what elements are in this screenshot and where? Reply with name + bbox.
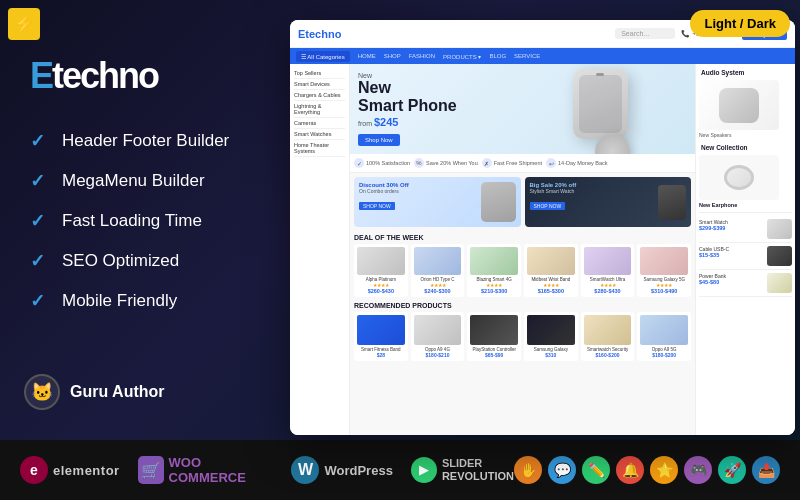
rec-card-4[interactable]: Samsung Galaxy $310 xyxy=(524,312,578,361)
audio-image xyxy=(699,80,779,130)
logo-e: Etechno xyxy=(30,55,158,97)
cat-products[interactable]: PRODUCTS ▾ xyxy=(443,53,481,60)
deal-card-2[interactable]: Orion HD Type C ★★★★ $240-$300 xyxy=(411,244,465,297)
rec-image-4 xyxy=(527,315,575,345)
deal-card-5[interactable]: SmartWatch Ultra ★★★★ $280-$430 xyxy=(581,244,635,297)
shipping-icon: ✗ xyxy=(482,158,492,168)
cat-blog[interactable]: BLOG xyxy=(489,53,506,59)
right-product-3[interactable]: Power Bank $45-$80 xyxy=(699,270,792,297)
promo-row: Discount 30% Off On Combo orders SHOP NO… xyxy=(350,173,695,231)
badge-satisfaction: ✓ 100% Satisfaction xyxy=(354,158,410,168)
deal-card-1[interactable]: Alpha Platinum ★★★★ $260-$430 xyxy=(354,244,408,297)
theme-badge[interactable]: Light / Dark xyxy=(690,10,790,37)
social-pencil-icon[interactable]: ✏️ xyxy=(582,456,610,484)
social-star-icon[interactable]: ⭐ xyxy=(650,456,678,484)
social-bell-icon[interactable]: 🔔 xyxy=(616,456,644,484)
promo-card-2[interactable]: Big Sale 20% off Stylish Smart Watch SHO… xyxy=(525,177,692,227)
hero-price: from $245 xyxy=(358,116,457,128)
right-products: Smart Watch $299-$399 Cable USB-C $15-$3… xyxy=(699,212,792,297)
deal-card-6[interactable]: Samsung Galaxy 5G ★★★★ $310-$490 xyxy=(637,244,691,297)
rec-card-2[interactable]: Oppo A9 4G $180-$210 xyxy=(411,312,465,361)
feature-label: SEO Optimized xyxy=(62,251,179,271)
sidebar-cameras[interactable]: Cameras xyxy=(294,118,345,129)
guru-author: 🐱 Guru Author xyxy=(24,374,165,410)
badge-label: 100% Satisfaction xyxy=(366,160,410,166)
deal-image-2 xyxy=(414,247,462,275)
rec-image-5 xyxy=(584,315,632,345)
hero-cta-button[interactable]: Shop Now xyxy=(358,134,400,146)
guru-label: Guru Author xyxy=(70,383,165,401)
deal-card-4[interactable]: Midbest Wrist Band ★★★★ $165-$300 xyxy=(524,244,578,297)
rec-card-3[interactable]: PlayStation Controller $65-$90 xyxy=(467,312,521,361)
slider-revolution-label: SLIDERREVOLUTION xyxy=(442,457,514,483)
wordpress-label: WordPress xyxy=(324,463,392,478)
cat-shop[interactable]: SHOP xyxy=(384,53,401,59)
new-collection-title: New Collection xyxy=(699,142,792,153)
cat-fashion[interactable]: FASHION xyxy=(409,53,435,59)
rec-image-6 xyxy=(640,315,688,345)
sidebar-chargers[interactable]: Chargers & Cables xyxy=(294,90,345,101)
rec-price-3: $65-$90 xyxy=(470,352,518,358)
social-game-icon[interactable]: 🎮 xyxy=(684,456,712,484)
store-main: New NewSmart Phone from $245 Shop Now ✓ xyxy=(350,64,695,435)
brand-logo: Etechno xyxy=(30,55,158,97)
money-back-icon: ↩ xyxy=(546,158,556,168)
promo-cta-2[interactable]: SHOP NOW xyxy=(530,202,566,210)
right-product-1[interactable]: Smart Watch $299-$399 xyxy=(699,216,792,243)
deal-card-3[interactable]: Blazing Smart 4G ★★★★ $210-$300 xyxy=(467,244,521,297)
deal-image-5 xyxy=(584,247,632,275)
woocommerce-logo: 🛒 WOO COMMERCE xyxy=(138,455,274,485)
sidebar-lightning[interactable]: Lightning & Everything xyxy=(294,101,345,118)
right-product-2[interactable]: Cable USB-C $15-$35 xyxy=(699,243,792,270)
features-list: ✓ Header Footer Builder ✓ MegaMenu Build… xyxy=(30,130,229,312)
deal-price-5: $280-$430 xyxy=(584,288,632,294)
badge-label: Fast Free Shipment xyxy=(494,160,542,166)
deal-title: DEAL OF THE WEEK xyxy=(354,234,691,241)
deal-image-1 xyxy=(357,247,405,275)
rec-price-1: $28 xyxy=(357,352,405,358)
rec-image-3 xyxy=(470,315,518,345)
cat-service[interactable]: SERVICE xyxy=(514,53,540,59)
sidebar-theater[interactable]: Home Theater Systems xyxy=(294,140,345,157)
social-hand-icon[interactable]: ✋ xyxy=(514,456,542,484)
elementor-label: elementor xyxy=(53,463,120,478)
social-icons: ✋ 💬 ✏️ 🔔 ⭐ 🎮 🚀 📤 xyxy=(514,456,780,484)
rec-card-6[interactable]: Oppo A9 5G $180-$200 xyxy=(637,312,691,361)
rec-image-2 xyxy=(414,315,462,345)
recommended-section: RECOMMENDED PRODUCTS Smart Fitness Band … xyxy=(350,300,695,363)
deal-price-4: $165-$300 xyxy=(527,288,575,294)
sidebar-top-sellers[interactable]: Top Sellers xyxy=(294,68,345,79)
cat-home[interactable]: HOME xyxy=(358,53,376,59)
promo-cta-1[interactable]: SHOP NOW xyxy=(359,202,395,210)
cat-all-button[interactable]: ☰ All Categories xyxy=(296,51,350,62)
badge-save: % Save 20% When You xyxy=(414,158,478,168)
hero-banner: New NewSmart Phone from $245 Shop Now xyxy=(350,64,695,154)
right-prod-img-3 xyxy=(767,273,792,293)
rec-card-1[interactable]: Smart Fitness Band $28 xyxy=(354,312,408,361)
store-search-box[interactable]: Search... xyxy=(615,28,675,39)
woocommerce-icon: 🛒 xyxy=(138,456,164,484)
feature-label: Fast Loading Time xyxy=(62,211,202,231)
feature-header-footer: ✓ Header Footer Builder xyxy=(30,130,229,152)
check-icon: ✓ xyxy=(30,210,50,232)
deal-price-6: $310-$490 xyxy=(640,288,688,294)
check-icon: ✓ xyxy=(30,130,50,152)
satisfaction-icon: ✓ xyxy=(354,158,364,168)
right-prod-img-2 xyxy=(767,246,792,266)
rec-price-5: $160-$200 xyxy=(584,352,632,358)
deal-row: Alpha Platinum ★★★★ $260-$430 Orion HD T… xyxy=(354,244,691,297)
social-rocket-icon[interactable]: 🚀 xyxy=(718,456,746,484)
promo-card-1[interactable]: Discount 30% Off On Combo orders SHOP NO… xyxy=(354,177,521,227)
sidebar-smart-devices[interactable]: Smart Devices xyxy=(294,79,345,90)
rec-card-5[interactable]: Smartwatch Security $160-$200 xyxy=(581,312,635,361)
right-prod-img-1 xyxy=(767,219,792,239)
deal-price-3: $210-$300 xyxy=(470,288,518,294)
elementor-logo: e elementor xyxy=(20,456,120,484)
feature-label: Mobile Friendly xyxy=(62,291,177,311)
social-share-icon[interactable]: 📤 xyxy=(752,456,780,484)
social-chat-icon[interactable]: 💬 xyxy=(548,456,576,484)
store-sidebar: Top Sellers Smart Devices Chargers & Cab… xyxy=(290,64,350,435)
sidebar-watches[interactable]: Smart Watches xyxy=(294,129,345,140)
elementor-icon: e xyxy=(20,456,48,484)
partner-logos: e elementor 🛒 WOO COMMERCE W WordPress ▶… xyxy=(20,455,514,485)
